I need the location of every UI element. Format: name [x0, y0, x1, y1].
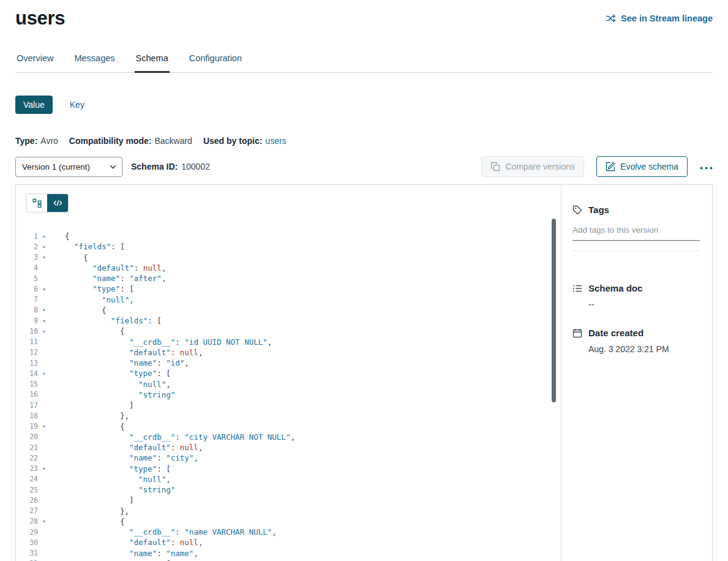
- fold-chevron-down-icon[interactable]: ▾: [38, 465, 50, 472]
- fold-chevron-down-icon[interactable]: ▾: [38, 286, 50, 292]
- value-toggle-button[interactable]: Value: [15, 96, 53, 114]
- fold-chevron-down-icon[interactable]: ▾: [38, 328, 50, 334]
- code-editor[interactable]: 1▾{2▾"fields": [3▾{4"default": null,5"na…: [16, 231, 561, 561]
- version-actions: Compare versions Evolve schema: [481, 156, 713, 177]
- type-value: Avro: [40, 136, 58, 146]
- tree-view-button[interactable]: [26, 194, 47, 212]
- code-text: "default": null,: [50, 348, 203, 357]
- code-line: 32▾"type": [: [16, 559, 561, 561]
- fold-chevron-down-icon[interactable]: ▾: [38, 423, 50, 429]
- fold-chevron-down-icon[interactable]: ▾: [38, 254, 50, 260]
- schema-doc-header: Schema doc: [572, 283, 700, 293]
- schema-id-label: Schema ID:: [131, 162, 178, 171]
- code-line: 30"default": null,: [16, 537, 561, 548]
- code-line: 13"name": "id",: [16, 358, 561, 368]
- line-number: 5: [16, 274, 38, 283]
- line-number: 21: [16, 443, 38, 452]
- code-line: 24"null",: [16, 474, 561, 484]
- copy-icon: [490, 162, 500, 171]
- line-number: 2: [16, 243, 38, 251]
- topic-link[interactable]: users: [265, 136, 286, 146]
- topic-label: Used by topic:: [203, 136, 262, 146]
- schema-doc-title: Schema doc: [588, 283, 642, 293]
- line-number: 11: [16, 337, 38, 346]
- tags-divider: [572, 250, 700, 251]
- code-text: {: [50, 326, 125, 336]
- fold-chevron-down-icon[interactable]: ▾: [38, 371, 50, 377]
- tab-configuration[interactable]: Configuration: [188, 50, 243, 72]
- schema-id-value: 100002: [181, 162, 210, 171]
- evolve-schema-label: Evolve schema: [620, 162, 678, 171]
- schema-doc-value: --: [588, 299, 700, 309]
- code-text: },: [50, 506, 129, 516]
- code-line: 22"name": "city",: [16, 453, 561, 463]
- vertical-scrollbar[interactable]: [552, 219, 556, 402]
- line-number: 25: [16, 486, 38, 494]
- code-text: "name": "after",: [50, 274, 166, 283]
- line-number: 19: [16, 422, 38, 431]
- code-line: 14▾"type": [: [16, 368, 561, 378]
- code-text: {: [50, 253, 88, 262]
- tab-bar: Overview Messages Schema Configuration: [15, 50, 713, 73]
- compatibility-value: Backward: [154, 136, 192, 146]
- code-text: {: [50, 232, 70, 241]
- code-view-icon: [53, 198, 62, 208]
- fold-chevron-down-icon[interactable]: ▾: [38, 307, 50, 313]
- code-line: 31"name": "name",: [16, 548, 561, 559]
- schema-doc-section: Schema doc --: [572, 283, 700, 309]
- tab-messages[interactable]: Messages: [73, 50, 116, 72]
- line-number: 14: [16, 369, 38, 378]
- code-line: 4"default": null,: [16, 263, 561, 273]
- schema-page: users See in Stream lineage Overview Mes…: [0, 0, 728, 561]
- tab-schema[interactable]: Schema: [135, 50, 170, 72]
- compare-versions-label: Compare versions: [505, 162, 575, 171]
- code-text: {: [50, 422, 125, 431]
- stream-lineage-link[interactable]: See in Stream lineage: [606, 13, 713, 23]
- code-text: },: [50, 411, 129, 420]
- code-line: 25"string": [16, 484, 561, 495]
- key-toggle-button[interactable]: Key: [70, 100, 84, 110]
- code-text: "string": [50, 485, 175, 494]
- code-text: "default": null,: [50, 263, 166, 273]
- tab-overview[interactable]: Overview: [15, 50, 54, 72]
- code-line: 21"default": null,: [16, 442, 561, 453]
- evolve-schema-button[interactable]: Evolve schema: [596, 156, 688, 177]
- line-number: 8: [16, 306, 38, 314]
- line-number: 12: [16, 348, 38, 356]
- compare-versions-button[interactable]: Compare versions: [481, 156, 584, 177]
- code-text: "name": "name",: [50, 549, 198, 558]
- line-number: 29: [16, 528, 38, 537]
- code-line: 6▾"type": [: [16, 284, 561, 294]
- tags-title: Tags: [588, 205, 609, 215]
- code-text: "type": [: [50, 284, 134, 293]
- code-text: "string": [50, 390, 175, 399]
- tag-icon: [572, 205, 582, 215]
- fold-chevron-down-icon[interactable]: ▾: [38, 244, 50, 250]
- line-number: 1: [16, 232, 38, 241]
- code-text: "name": "id",: [50, 358, 189, 367]
- fold-chevron-down-icon[interactable]: ▾: [38, 318, 50, 324]
- version-select[interactable]: Version 1 (current): [15, 157, 122, 177]
- tags-section: Tags: [572, 205, 700, 251]
- line-number: 16: [16, 390, 38, 399]
- editor-view-toggle: [26, 194, 69, 213]
- add-tags-input[interactable]: [572, 225, 700, 241]
- overflow-menu-button[interactable]: [700, 160, 713, 174]
- code-line: 5"name": "after",: [16, 273, 561, 284]
- line-number: 22: [16, 454, 38, 462]
- tags-header: Tags: [572, 205, 700, 215]
- code-view-button[interactable]: [47, 194, 68, 212]
- meta-topic: Used by topic: users: [203, 136, 287, 146]
- line-number: 15: [16, 380, 38, 388]
- schema-meta-row: Type: Avro Compatibility mode: Backward …: [15, 136, 713, 146]
- fold-chevron-down-icon[interactable]: ▾: [38, 518, 50, 524]
- line-number: 9: [16, 317, 38, 325]
- stream-lineage-icon: [606, 14, 616, 23]
- tree-view-icon: [32, 198, 42, 208]
- fold-chevron-down-icon[interactable]: ▾: [38, 233, 50, 239]
- code-text: "__crdb__": "city VARCHAR NOT NULL",: [50, 432, 295, 442]
- code-line: 20"__crdb__": "city VARCHAR NOT NULL",: [16, 432, 561, 442]
- edit-icon: [606, 162, 615, 171]
- ellipsis-icon: [700, 167, 713, 170]
- code-line: 28▾{: [16, 516, 561, 527]
